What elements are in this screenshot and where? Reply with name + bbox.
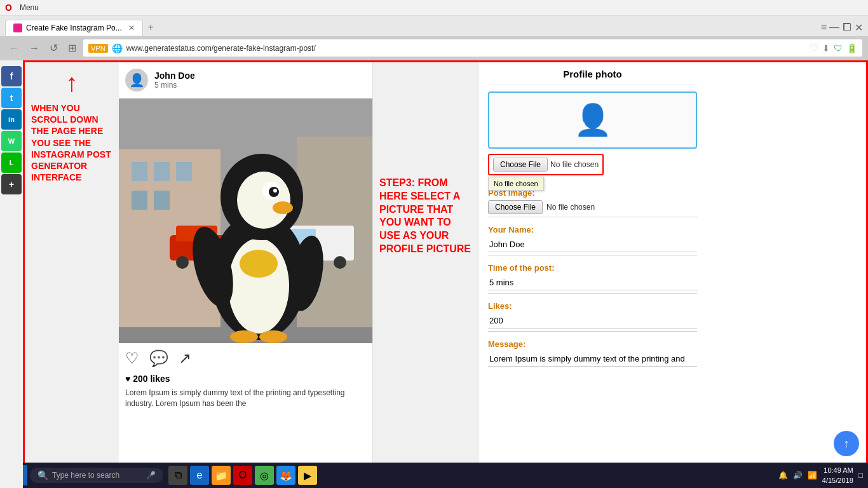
facebook-share-btn[interactable]: f — [1, 66, 22, 86]
taskbar-folder-icon[interactable]: 📁 — [212, 466, 231, 485]
add-share-btn[interactable]: + — [1, 174, 22, 194]
time-input[interactable] — [488, 275, 697, 290]
tooltip-no-file: No file chosen — [488, 177, 544, 191]
browser-menubar: O Menu — [0, 0, 868, 16]
profile-photo-box: 👤 — [488, 92, 697, 149]
time-divider — [488, 293, 697, 294]
message-input[interactable] — [488, 351, 697, 367]
svg-point-29 — [230, 330, 258, 343]
likes-count: 200 likes — [133, 374, 170, 384]
time-section: Time of the post: — [488, 263, 697, 294]
line-share-btn[interactable]: L — [1, 152, 22, 173]
post-caption: Lorem Ipsum is simply dummy text of the … — [119, 388, 372, 409]
svg-point-25 — [273, 189, 277, 193]
avatar-placeholder-icon: 👤 — [129, 72, 145, 88]
social-sidebar: f t in W L + — [0, 60, 23, 488]
profile-placeholder-icon: 👤 — [574, 102, 612, 138]
profile-no-file-text: No file chosen — [550, 160, 599, 169]
message-section: Message: — [488, 339, 697, 367]
download-icon[interactable]: ⬇ — [822, 43, 830, 53]
left-annotation: ↑ WHEN YOU SCROLL DOWN THE PAGE HERE YOU… — [25, 62, 119, 488]
svg-rect-7 — [176, 162, 192, 181]
search-bar[interactable]: 🔍 Type here to search 🎤 — [30, 468, 163, 483]
search-icon: 🔍 — [37, 470, 48, 480]
opera-logo: O — [5, 3, 12, 13]
url-text[interactable]: www.generatestatus.com/generate-fake-ins… — [126, 44, 806, 53]
twitter-share-btn[interactable]: t — [1, 88, 22, 108]
post-header: 👤 John Doe 5 mins — [119, 62, 372, 98]
vpn-badge: VPN — [88, 44, 108, 53]
taskbar-edge-icon[interactable]: e — [190, 466, 209, 485]
tab-bar: Create Fake Instagram Po... ✕ + ≡ — ⧠ ✕ — [0, 16, 868, 36]
post-username: John Doe — [154, 71, 195, 81]
svg-point-20 — [240, 250, 278, 278]
comment-icon[interactable]: 💬 — [149, 349, 168, 367]
minimize-btn[interactable]: — — [829, 22, 839, 33]
your-name-label: Your Name: — [488, 225, 697, 234]
svg-point-30 — [259, 330, 287, 343]
svg-point-17 — [334, 256, 346, 269]
taskbar-clock: 10:49 AM 4/15/2018 — [822, 465, 853, 486]
form-title: Profile photo — [488, 69, 697, 85]
likes-section: Likes: — [488, 301, 697, 332]
taskbar-network[interactable]: 📶 — [808, 471, 817, 480]
whatsapp-icon: W — [8, 137, 15, 145]
share-icon[interactable]: ↗ — [179, 349, 191, 367]
up-arrow-icon: ↑ — [65, 69, 78, 97]
linkedin-icon: in — [8, 116, 15, 123]
profile-file-input-bordered: Choose File No file chosen — [488, 154, 604, 175]
post-likes: ♥ 200 likes — [119, 374, 372, 388]
svg-point-26 — [273, 201, 293, 214]
back-btn[interactable]: ← — [5, 40, 23, 57]
your-name-section: Your Name: — [488, 225, 697, 255]
search-placeholder[interactable]: Type here to search — [52, 471, 119, 480]
taskbar-chrome-icon[interactable]: ◎ — [255, 466, 274, 485]
time-label: Time of the post: — [488, 263, 697, 273]
menu-label[interactable]: Menu — [20, 3, 39, 12]
post-user-info: John Doe 5 mins — [154, 71, 195, 90]
profile-file-input-area: Choose File No file chosen No file chose… — [488, 154, 697, 175]
taskbar-vlc-icon[interactable]: ▶ — [298, 466, 317, 485]
post-image-svg — [119, 98, 372, 343]
windows-menu-icon[interactable]: ≡ — [821, 22, 827, 33]
facebook-icon: f — [10, 71, 13, 81]
taskbar-firefox-icon[interactable]: 🦊 — [276, 466, 295, 485]
mic-icon[interactable]: 🎤 — [146, 471, 156, 480]
forward-btn[interactable]: → — [25, 40, 43, 57]
grid-btn[interactable]: ⊞ — [64, 39, 80, 57]
linkedin-share-btn[interactable]: in — [1, 109, 22, 130]
left-annotation-text: WHEN YOU SCROLL DOWN THE PAGE HERE YOU S… — [31, 102, 112, 183]
likes-divider — [488, 331, 697, 332]
svg-point-22 — [237, 172, 290, 229]
restore-btn[interactable]: ⧠ — [842, 22, 852, 33]
whatsapp-share-btn[interactable]: W — [1, 131, 22, 151]
taskbar-right: 🔔 🔊 📶 10:49 AM 4/15/2018 □ — [778, 465, 863, 486]
svg-rect-5 — [132, 162, 147, 181]
main-content-wrapper: ↑ WHEN YOU SCROLL DOWN THE PAGE HERE YOU… — [23, 60, 868, 488]
taskbar-opera-icon[interactable]: O — [233, 466, 252, 485]
tab-close-btn[interactable]: ✕ — [128, 24, 135, 32]
post-no-file-text: No file chosen — [546, 203, 595, 212]
taskbar-volume[interactable]: 🔊 — [793, 471, 803, 480]
taskbar-app-icons: ⧉ e 📁 O ◎ 🦊 ▶ — [168, 466, 317, 485]
refresh-btn[interactable]: ↺ — [46, 39, 62, 57]
close-btn[interactable]: ✕ — [855, 22, 863, 34]
post-image-divider — [488, 217, 697, 217]
post-choose-file-btn[interactable]: Choose File — [488, 200, 543, 214]
tab-favicon — [13, 24, 22, 32]
likes-input[interactable] — [488, 313, 697, 329]
add-icon: + — [9, 179, 14, 189]
taskbar-action-center[interactable]: □ — [858, 471, 863, 480]
taskbar-notifications[interactable]: 🔔 — [778, 471, 788, 480]
svg-point-12 — [176, 256, 189, 269]
address-bar[interactable]: VPN 🌐 www.generatestatus.com/generate-fa… — [83, 39, 863, 57]
profile-choose-file-btn[interactable]: Choose File — [493, 158, 548, 172]
shield-icon: 🛡 — [834, 43, 843, 53]
taskbar-multitask-icon[interactable]: ⧉ — [168, 466, 187, 485]
like-icon[interactable]: ♡ — [125, 349, 139, 367]
new-tab-btn[interactable]: + — [143, 18, 159, 36]
name-divider — [488, 255, 697, 255]
your-name-input[interactable] — [488, 237, 697, 252]
bookmark-icon[interactable]: ♡ — [810, 42, 818, 54]
active-tab[interactable]: Create Fake Instagram Po... ✕ — [5, 20, 143, 36]
